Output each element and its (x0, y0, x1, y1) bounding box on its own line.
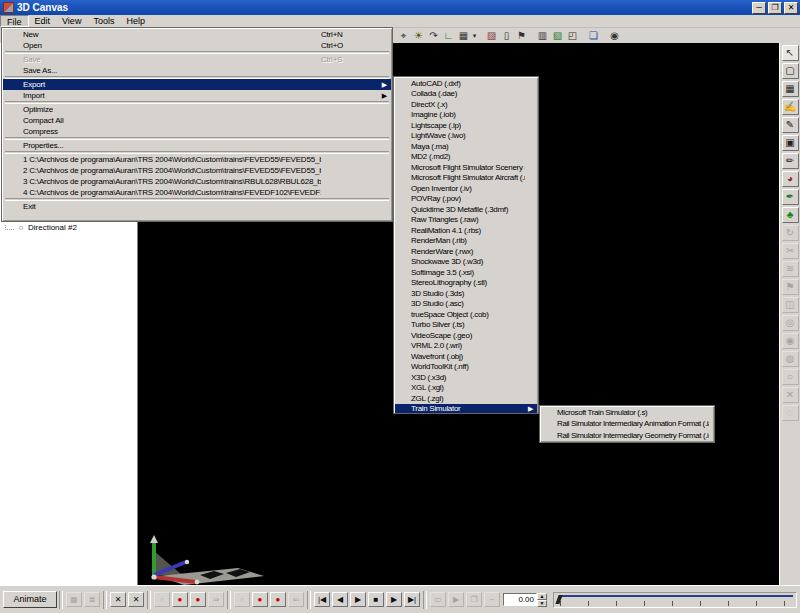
delete-position-key-icon[interactable]: ✕ (110, 592, 126, 607)
play-icon[interactable]: ▶ (350, 592, 366, 607)
stop-icon[interactable]: ■ (368, 592, 384, 607)
export-worldtoolkit[interactable]: WorldToolKit (.nff) (395, 362, 537, 373)
spinner-down-icon[interactable]: ▼ (537, 600, 547, 607)
deform-tool-icon[interactable]: ≋ (782, 261, 799, 277)
export-softimage[interactable]: Softimage 3.5 (.xsi) (395, 267, 537, 278)
open-animation-icon[interactable]: ❐ (466, 592, 482, 607)
export-collada[interactable]: Collada (.dae) (395, 89, 537, 100)
export-3d-studio-asc[interactable]: 3D Studio (.asc) (395, 299, 537, 310)
extrude-face-icon[interactable]: ▣ (782, 135, 799, 151)
flag-tool-icon[interactable]: ⚑ (782, 279, 799, 295)
battery-icon[interactable]: ▯ (499, 29, 514, 43)
export-md2[interactable]: MD2 (.md2) (395, 152, 537, 163)
tree-item-directional-2[interactable]: ○ Directional #2 (0, 222, 137, 233)
export-wavefront[interactable]: Wavefront (.obj) (395, 351, 537, 362)
export-rail-sim-animation[interactable]: Rail Simulator Intermediary Animation Fo… (541, 418, 713, 429)
sweep-tool-icon[interactable]: ◌ (782, 405, 799, 421)
file-menu-new[interactable]: New Ctrl+N (3, 29, 391, 40)
maximize-button[interactable]: ❐ (768, 2, 782, 14)
file-menu-compress[interactable]: Compress (3, 126, 391, 137)
recent-file-1[interactable]: 1 C:\Archivos de programa\Auran\TRS 2004… (3, 154, 391, 165)
export-realimation[interactable]: RealiMation 4.1 (.rbs) (395, 225, 537, 236)
recent-file-4[interactable]: 4 C:\Archivos de programa\Auran\TRS 2004… (3, 187, 391, 198)
export-msts[interactable]: Microsoft Train Simulator (.s) (541, 407, 713, 418)
cut-tool-icon[interactable]: ✂ (782, 243, 799, 259)
mirror-tool-icon[interactable]: ◫ (782, 297, 799, 313)
paint-hand-icon[interactable]: ✍ (782, 99, 799, 115)
export-open-inventor[interactable]: Open Inventor (.iv) (395, 183, 537, 194)
paint-bucket-icon[interactable]: ◕ (782, 171, 799, 187)
spinner-up-icon[interactable]: ▲ (537, 593, 547, 600)
file-menu-properties[interactable]: Properties... (3, 140, 391, 151)
shape-rectangle-icon[interactable]: ▢ (782, 63, 799, 79)
export-renderman[interactable]: RenderMan (.rib) (395, 236, 537, 247)
menu-edit[interactable]: Edit (29, 15, 57, 27)
grid-dropdown-icon[interactable]: ▾ (471, 29, 478, 43)
frame-value-field[interactable]: 0.00 (503, 593, 537, 606)
keyframe-list-icon[interactable]: ≣ (84, 592, 100, 607)
target-tool-icon[interactable]: ◉ (782, 333, 799, 349)
edit-knife-icon[interactable]: ✎ (782, 117, 799, 133)
path-icon[interactable]: ↷ (426, 29, 441, 43)
export-zgl[interactable]: ZGL (.zgl) (395, 393, 537, 404)
image-icon[interactable]: ▧ (550, 29, 565, 43)
export-raw-triangles[interactable]: Raw Triangles (.raw) (395, 215, 537, 226)
merge-tool-icon[interactable]: ◍ (782, 351, 799, 367)
export-autocad[interactable]: AutoCAD (.dxf) (395, 78, 537, 89)
file-menu-save[interactable]: Save Ctrl+S (3, 54, 391, 65)
export-renderware[interactable]: RenderWare (.rwx) (395, 246, 537, 257)
animate-button[interactable]: Animate (3, 591, 57, 608)
export-stereolithography[interactable]: StereoLithography (.stl) (395, 278, 537, 289)
viewpoint-icon[interactable]: ⌖ (396, 29, 411, 43)
record-all-icon[interactable]: ● (270, 592, 286, 607)
menu-tools[interactable]: Tools (87, 15, 120, 27)
export-truespace[interactable]: trueSpace Object (.cob) (395, 309, 537, 320)
layers-icon[interactable]: ◰ (565, 29, 580, 43)
export-quicktime-3d[interactable]: Quicktime 3D Metafile (.3dmf) (395, 204, 537, 215)
recent-file-2[interactable]: 2 C:\Archivos de programa\Auran\TRS 2004… (3, 165, 391, 176)
file-menu-open[interactable]: Open Ctrl+O (3, 40, 391, 51)
add-frame-icon[interactable]: ▭ (430, 592, 446, 607)
menu-view[interactable]: View (56, 15, 87, 27)
export-rail-sim-geometry[interactable]: Rail Simulator Intermediary Geometry For… (541, 430, 713, 441)
export-train-simulator[interactable]: Train Simulator ▶ (395, 404, 537, 415)
timeline-slider[interactable] (553, 592, 797, 608)
export-povray[interactable]: POVRay (.pov) (395, 194, 537, 205)
rotation-key-icon[interactable]: ▫ (234, 592, 250, 607)
remove-frame-icon[interactable]: − (484, 592, 500, 607)
export-videoscape[interactable]: VideoScape (.geo) (395, 330, 537, 341)
export-lightwave[interactable]: LightWave (.lwo) (395, 131, 537, 142)
plant-tool-icon[interactable]: ♣ (782, 207, 799, 223)
file-menu-import[interactable]: Import ▶ (3, 90, 391, 101)
record-scale-icon[interactable]: ● (252, 592, 268, 607)
export-shockwave-3d[interactable]: Shockwave 3D (.w3d) (395, 257, 537, 268)
eyedropper-icon[interactable]: ✒ (782, 189, 799, 205)
apply-back-icon[interactable]: ⇐ (288, 592, 304, 607)
export-turbo-silver[interactable]: Turbo Silver (.ts) (395, 320, 537, 331)
sphere-tool-icon[interactable]: ○ (782, 369, 799, 385)
export-msfs-scenery[interactable]: Microsoft Flight Simulator Scenery (.bgl… (395, 162, 537, 173)
export-vrml[interactable]: VRML 2.0 (.wrl) (395, 341, 537, 352)
export-msfs-aircraft[interactable]: Microsoft Flight Simulator Aircraft (.md… (395, 173, 537, 184)
recent-file-3[interactable]: 3 C:\Archivos de programa\Auran\TRS 2004… (3, 176, 391, 187)
record-position-icon[interactable]: ● (172, 592, 188, 607)
rotate-tool-icon[interactable]: ↻ (782, 225, 799, 241)
window-icon[interactable]: ❏ (586, 29, 601, 43)
brush-icon[interactable]: ✏ (782, 153, 799, 169)
light-icon[interactable]: ☀ (411, 29, 426, 43)
next-frame-icon[interactable]: ▶ (386, 592, 402, 607)
first-frame-icon[interactable]: |◀ (314, 592, 330, 607)
export-x3d[interactable]: X3D (.x3d) (395, 372, 537, 383)
file-menu-optimize[interactable]: Optimize (3, 104, 391, 115)
texture-grid-icon[interactable]: ▦ (782, 81, 799, 97)
export-imagine[interactable]: Imagine (.iob) (395, 110, 537, 121)
menu-file[interactable]: File (0, 15, 29, 27)
export-maya[interactable]: Maya (.ma) (395, 141, 537, 152)
export-lightscape[interactable]: Lightscape (.lp) (395, 120, 537, 131)
apply-forward-icon[interactable]: ⇒ (208, 592, 224, 607)
play-range-icon[interactable]: ▶ (448, 592, 464, 607)
axes-icon[interactable]: ∟ (441, 29, 456, 43)
grid-snap-icon[interactable]: ▦ (456, 29, 471, 43)
export-directx[interactable]: DirectX (.x) (395, 99, 537, 110)
paint-object-icon[interactable]: ▨ (484, 29, 499, 43)
